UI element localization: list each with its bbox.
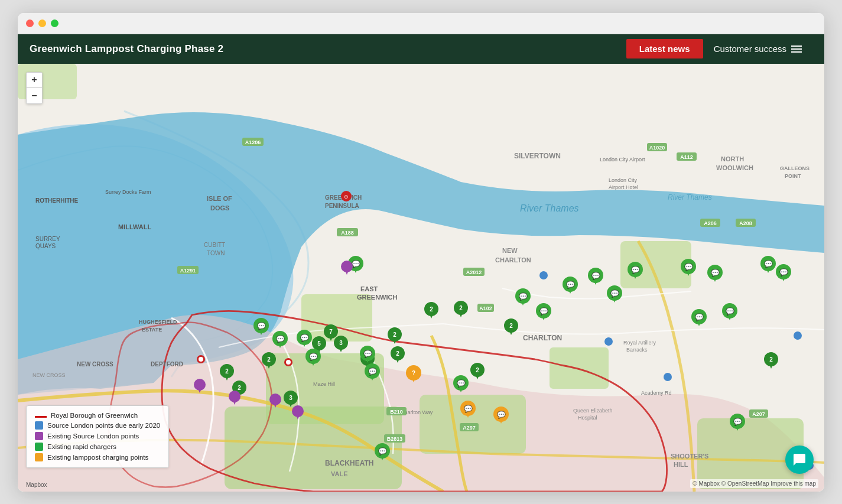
svg-text:⊖: ⊖ [344, 194, 349, 200]
svg-text:DOGS: DOGS [210, 204, 229, 212]
svg-rect-9 [550, 347, 609, 389]
svg-text:GALLEONS: GALLEONS [780, 165, 810, 171]
legend-color-borough [35, 416, 47, 418]
svg-text:A207: A207 [752, 411, 765, 417]
svg-text:B2813: B2813 [387, 436, 403, 442]
svg-text:CUBITT: CUBITT [204, 242, 225, 248]
svg-text:QUAYS: QUAYS [35, 243, 56, 249]
app-window: Greenwich Lamppost Charging Phase 2 Late… [18, 13, 824, 492]
map-attribution: © Mapbox © OpenStreetMap Improve this ma… [690, 479, 818, 488]
svg-text:Royal Artillery: Royal Artillery [623, 340, 656, 346]
legend-item-source-london-existing: Existing Source London points [35, 432, 160, 440]
svg-text:A2012: A2012 [466, 269, 482, 275]
legend-color-lamppost [35, 453, 43, 461]
svg-text:A1020: A1020 [649, 145, 665, 151]
svg-text:A112: A112 [680, 154, 693, 160]
legend-item-rapid-chargers: Existing rapid chargers [35, 443, 160, 451]
chat-icon [792, 453, 807, 467]
svg-text:DEPTFORD: DEPTFORD [151, 361, 183, 368]
zoom-in-button[interactable]: + [27, 73, 42, 88]
map-container[interactable]: River Thames River Thames [18, 64, 824, 492]
svg-text:NORTH: NORTH [721, 155, 744, 162]
legend-color-source-london-existing [35, 432, 43, 440]
svg-text:Maze Hill: Maze Hill [313, 381, 335, 387]
legend-label-rapid-chargers: Existing rapid chargers [47, 443, 116, 450]
svg-text:A297: A297 [463, 425, 476, 431]
header-nav: Latest news Customer success [626, 39, 812, 58]
svg-text:Queen Elizabeth: Queen Elizabeth [573, 408, 613, 414]
svg-text:PENINSULA: PENINSULA [325, 203, 359, 209]
svg-text:SILVERTOWN: SILVERTOWN [514, 152, 561, 160]
svg-text:GREENWICH: GREENWICH [357, 294, 398, 301]
legend-label-source-london-existing: Existing Source London points [47, 433, 139, 440]
svg-text:London City: London City [609, 177, 638, 183]
svg-text:Surrey Docks Farm: Surrey Docks Farm [105, 189, 151, 195]
svg-text:Airport Hotel: Airport Hotel [609, 184, 638, 190]
svg-text:EAST: EAST [360, 285, 378, 292]
app-header: Greenwich Lamppost Charging Phase 2 Late… [18, 34, 824, 64]
svg-text:A102: A102 [479, 305, 492, 311]
svg-text:SHOOTER'S: SHOOTER'S [671, 453, 708, 460]
svg-text:BLACKHEATH: BLACKHEATH [325, 459, 373, 467]
map-legend: Royal Borough of Greenwich Source London… [26, 405, 169, 468]
svg-text:HILL: HILL [674, 461, 688, 468]
legend-label-lamppost: Existing lamppost charging points [47, 454, 148, 461]
svg-text:A208: A208 [739, 220, 752, 226]
svg-text:ROTHERHITHE: ROTHERHITHE [35, 197, 79, 204]
maximize-button[interactable] [51, 19, 58, 27]
svg-text:ISLE OF: ISLE OF [207, 195, 232, 202]
svg-text:SURREY: SURREY [35, 236, 60, 242]
svg-text:River Thames: River Thames [520, 203, 579, 213]
legend-label-source-london-due: Source London points due early 2020 [47, 422, 160, 429]
svg-text:A1291: A1291 [180, 268, 196, 274]
svg-text:B210: B210 [390, 409, 403, 415]
svg-text:HUGHESFIELD: HUGHESFIELD [139, 319, 177, 325]
close-button[interactable] [26, 19, 34, 27]
svg-text:TOWN: TOWN [207, 250, 225, 256]
latest-news-button[interactable]: Latest news [626, 39, 703, 58]
svg-text:Hospital: Hospital [578, 415, 597, 421]
svg-text:A1206: A1206 [245, 139, 261, 145]
svg-text:CHARLTON: CHARLTON [523, 334, 562, 342]
svg-rect-7 [620, 241, 691, 288]
svg-text:MILLWALL: MILLWALL [118, 223, 151, 230]
map-logo: Mapbox [26, 482, 47, 488]
svg-text:NEW CROSS: NEW CROSS [32, 372, 66, 378]
legend-color-source-london-due [35, 421, 43, 430]
customer-success-button[interactable]: Customer success [703, 39, 812, 58]
app-title: Greenwich Lamppost Charging Phase 2 [30, 43, 223, 55]
legend-color-rapid-chargers [35, 443, 43, 451]
svg-text:VALE: VALE [331, 470, 348, 477]
minimize-button[interactable] [38, 19, 46, 27]
svg-text:Academy Rd: Academy Rd [641, 390, 672, 396]
chat-button[interactable] [785, 446, 814, 474]
svg-text:NEW: NEW [502, 247, 518, 254]
title-bar [18, 13, 824, 34]
legend-item-borough: Royal Borough of Greenwich [35, 412, 160, 419]
svg-text:A206: A206 [704, 220, 717, 226]
svg-text:London City Airport: London City Airport [600, 157, 645, 162]
zoom-out-button[interactable]: − [27, 88, 42, 103]
svg-text:CHARLTON: CHARLTON [495, 256, 531, 264]
legend-item-source-london-due: Source London points due early 2020 [35, 421, 160, 430]
svg-text:NEW CROSS: NEW CROSS [77, 361, 113, 368]
legend-label-borough: Royal Borough of Greenwich [51, 412, 138, 419]
legend-item-lamppost: Existing lamppost charging points [35, 453, 160, 461]
map-controls: + − [26, 72, 43, 104]
svg-point-83 [286, 360, 291, 365]
svg-text:Barracks: Barracks [626, 347, 648, 353]
hamburger-icon [791, 45, 802, 53]
svg-text:River Thames: River Thames [668, 193, 712, 201]
svg-text:A188: A188 [341, 230, 354, 236]
svg-point-81 [199, 357, 203, 362]
svg-text:WOOLWICH: WOOLWICH [716, 164, 753, 171]
svg-text:ESTATE: ESTATE [142, 327, 162, 333]
svg-text:POINT: POINT [785, 173, 801, 179]
